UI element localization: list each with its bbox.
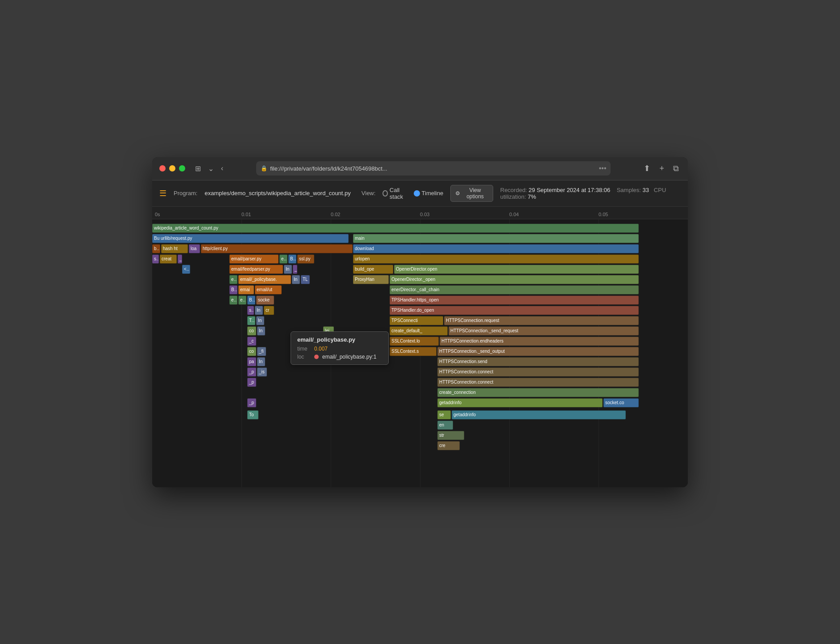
- table-row[interactable]: create_default_: [390, 326, 448, 335]
- table-row[interactable]: pa: [247, 357, 256, 366]
- table-row[interactable]: en: [238, 296, 246, 305]
- table-row[interactable]: build_ope: [353, 265, 393, 274]
- table-row[interactable]: Bu: [247, 296, 255, 305]
- table-row[interactable]: se: [437, 410, 451, 419]
- table-row[interactable]: HTTPSConnection.connect: [437, 368, 639, 376]
- table-row[interactable]: str: [437, 431, 464, 440]
- table-row[interactable]: en: [279, 255, 287, 263]
- table-row[interactable]: co: [247, 347, 256, 356]
- address-text: file:///private/var/folders/ld/k24nt7054…: [270, 165, 596, 172]
- call-stack-radio-dot: [383, 190, 387, 197]
- call-stack-radio[interactable]: Call stack: [383, 187, 408, 200]
- table-row[interactable]: TPSHandler.https_open: [390, 296, 639, 305]
- flame-inner: wikipedia_article_word_count.pyBu urllib…: [152, 219, 688, 487]
- table-row[interactable]: wikipedia_article_word_count.py: [152, 224, 639, 233]
- table-row[interactable]: HTTPSConnection.endheaders: [440, 337, 639, 346]
- maximize-button[interactable]: [179, 165, 185, 171]
- view-options-button[interactable]: ⚙ View options: [450, 185, 493, 202]
- table-row[interactable]: In: [284, 265, 292, 274]
- table-row[interactable]: In: [257, 357, 265, 366]
- table-row[interactable]: Bu: [288, 255, 296, 263]
- table-row[interactable]: _: [293, 265, 297, 274]
- table-row[interactable]: SSLContext.s: [390, 347, 437, 356]
- tooltip: email/_policybase.py time 0.007 loc emai…: [291, 331, 389, 365]
- table-row[interactable]: en: [229, 275, 237, 284]
- table-row[interactable]: To: [247, 410, 258, 419]
- table-row[interactable]: en: [437, 421, 453, 430]
- table-row[interactable]: email/_policybase.: [238, 275, 291, 284]
- table-row[interactable]: ProxyHan: [353, 275, 389, 284]
- table-row[interactable]: In: [292, 275, 300, 284]
- program-label: Program:: [174, 190, 197, 197]
- table-row[interactable]: HTTPSConnection.connect: [437, 378, 639, 387]
- table-row[interactable]: getaddrinfo: [437, 398, 603, 407]
- table-row[interactable]: co: [247, 326, 256, 335]
- share-button[interactable]: ⬆: [642, 163, 652, 174]
- table-row[interactable]: _c: [247, 337, 256, 346]
- table-row[interactable]: _p: [247, 378, 256, 387]
- table-row[interactable]: OpenerDirector.open: [394, 265, 639, 274]
- table-row[interactable]: OpenerDirector._open: [390, 275, 639, 284]
- table-row[interactable]: en: [229, 296, 237, 305]
- time-tick-0: 0s: [155, 212, 160, 217]
- titlebar-icons: ⊞ ⌄ ‹: [193, 163, 225, 174]
- table-row[interactable]: _p: [247, 398, 256, 407]
- table-row[interactable]: Bc: [229, 285, 237, 294]
- table-row[interactable]: socket.co: [603, 398, 639, 407]
- sidebar-toggle-button[interactable]: ⊞: [193, 163, 203, 174]
- address-more-button[interactable]: •••: [599, 164, 607, 172]
- table-row[interactable]: email/ut: [255, 285, 282, 294]
- table-row[interactable]: In: [256, 316, 264, 325]
- table-row[interactable]: ssl.py: [297, 255, 314, 263]
- table-row[interactable]: cre: [437, 441, 460, 450]
- table-row[interactable]: <s: [182, 265, 190, 274]
- back-button[interactable]: ‹: [219, 163, 225, 174]
- address-bar[interactable]: 🔒 file:///private/var/folders/ld/k24nt70…: [256, 161, 611, 176]
- minimize-button[interactable]: [169, 165, 175, 171]
- flame-chart[interactable]: wikipedia_article_word_count.pyBu urllib…: [152, 219, 688, 487]
- table-row[interactable]: emai: [238, 285, 254, 294]
- table-row[interactable]: HTTPSConnection.send: [437, 357, 639, 366]
- table-row[interactable]: create_connection: [437, 388, 639, 397]
- table-row[interactable]: SSLContext.lo: [390, 337, 439, 346]
- table-row[interactable]: HTTPSConnection.request: [444, 316, 639, 325]
- table-row[interactable]: creat: [160, 255, 177, 263]
- table-row[interactable]: loa: [189, 244, 200, 253]
- new-tab-button[interactable]: +: [657, 163, 666, 174]
- table-row[interactable]: Te: [247, 316, 255, 325]
- table-row[interactable]: HTTPSConnection._send_request: [449, 326, 639, 335]
- table-row[interactable]: ba: [152, 244, 160, 253]
- table-row[interactable]: download: [353, 244, 639, 253]
- table-row[interactable]: getaddrinfo: [452, 410, 626, 419]
- table-row[interactable]: http/client.py: [201, 244, 353, 253]
- table-row[interactable]: TPSConnecti: [390, 316, 443, 325]
- table-row[interactable]: _p: [247, 368, 256, 376]
- table-row[interactable]: _is: [257, 368, 267, 376]
- view-label: View:: [362, 190, 376, 197]
- time-tick-3: 0.03: [420, 212, 429, 217]
- time-tick-4: 0.04: [509, 212, 519, 217]
- table-row[interactable]: In: [257, 326, 265, 335]
- table-row[interactable]: _: [178, 255, 182, 263]
- timeline-radio[interactable]: Timeline: [414, 190, 444, 197]
- table-row[interactable]: TPSHandler.do_open: [390, 306, 639, 315]
- table-row[interactable]: enerDirector._call_chain: [390, 285, 639, 294]
- table-row[interactable]: socke: [256, 296, 274, 305]
- table-row[interactable]: cr: [264, 306, 274, 315]
- table-row[interactable]: email/parser.py: [229, 255, 279, 263]
- table-row[interactable]: st: [152, 255, 159, 263]
- table-row[interactable]: _fi: [257, 347, 266, 356]
- table-row[interactable]: TL: [301, 275, 310, 284]
- table-row[interactable]: In: [255, 306, 263, 315]
- table-row[interactable]: main: [353, 234, 639, 243]
- tab-overview-button[interactable]: ⧉: [671, 163, 681, 174]
- tooltip-loc-row: loc email/_policybase.py:1: [297, 354, 382, 360]
- table-row[interactable]: email/feedparser.py: [229, 265, 283, 274]
- table-row[interactable]: hash ht: [161, 244, 188, 253]
- table-row[interactable]: urlopen: [353, 255, 639, 263]
- table-row[interactable]: HTTPSConnection._send_output: [437, 347, 639, 356]
- chevron-down-icon[interactable]: ⌄: [206, 163, 216, 174]
- table-row[interactable]: st: [247, 306, 254, 315]
- close-button[interactable]: [159, 165, 166, 171]
- table-row[interactable]: Bu urllib/request.py: [152, 234, 349, 243]
